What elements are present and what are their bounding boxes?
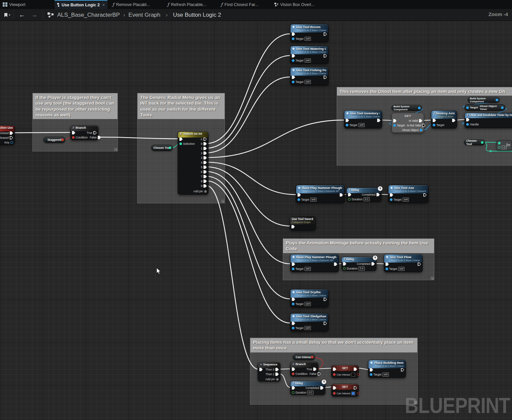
resize-grip[interactable]: [431, 277, 434, 280]
exec-in-pin[interactable]: [292, 298, 295, 301]
exec-out-pin[interactable]: [324, 322, 327, 325]
target-pin[interactable]: [292, 327, 294, 329]
exec-in-pin[interactable]: [292, 368, 295, 371]
exec-in-pin[interactable]: [292, 262, 295, 266]
exec-in-pin[interactable]: [333, 386, 336, 390]
bool-checkbox[interactable]: [351, 373, 355, 377]
node-base-play-hammer-plough-montage[interactable]: Base Play Hammer Plough MontageTarget is…: [296, 185, 345, 203]
node-delay[interactable]: ƒDelay Completed Duration0.2: [346, 188, 381, 202]
node-validated-get[interactable]: GET Is Valid TargetIs Not Valid Ghost Ob…: [392, 113, 424, 133]
target-pin[interactable]: [370, 373, 372, 376]
variable-build-system-component[interactable]: Build System Component: [392, 105, 422, 111]
exec-out-pin[interactable]: [354, 368, 357, 371]
variable-staggered[interactable]: Staggered: [44, 137, 65, 143]
handle-pin[interactable]: [466, 123, 469, 126]
node-use-tool-sword-collapsed[interactable]: Use Tool Sword_2Collapsed Graph: [290, 216, 316, 230]
close-tab-icon[interactable]: ×: [102, 3, 105, 7]
variable-can-interact[interactable]: Can Interact: [293, 354, 315, 360]
node-ghost-object-timer[interactable]: TargetGhost Object Timer: [464, 104, 505, 111]
exec-out-pin[interactable]: [10, 131, 13, 135]
duration-pin[interactable]: [348, 198, 351, 201]
node-use-tool-axe[interactable]: Use Tool AxeTarget is ALS Base Character…: [388, 185, 428, 203]
case-pin[interactable]: [203, 175, 207, 178]
condition-pin[interactable]: [292, 373, 294, 375]
case-pin[interactable]: [203, 170, 207, 174]
bool-in-pin[interactable]: [333, 392, 336, 395]
exec-in-pin[interactable]: [292, 386, 295, 390]
is-valid-pin[interactable]: [419, 119, 422, 122]
case-pin[interactable]: [203, 180, 207, 183]
exec-out-pin[interactable]: [401, 368, 404, 372]
exec-out-pin[interactable]: [423, 193, 427, 197]
comment-title[interactable]: This removes the Ghost Item after placin…: [337, 87, 512, 96]
exec-out-pin[interactable]: [340, 193, 343, 197]
case-pin[interactable]: [203, 184, 207, 188]
bool-checkbox[interactable]: ✓: [351, 392, 355, 395]
completed-pin[interactable]: [371, 262, 375, 266]
case-pin[interactable]: [203, 137, 207, 141]
exec-out-pin[interactable]: [10, 136, 13, 139]
bool-out-pin[interactable]: [357, 392, 360, 395]
add-pin-button[interactable]: Add pin⊕: [258, 377, 280, 382]
object-out-pin[interactable]: [418, 107, 421, 109]
case-pin[interactable]: [203, 151, 207, 155]
node-use-tool-plow[interactable]: Use Tool PlowTarget is ALS Base Characte…: [384, 254, 423, 272]
add-pin-button[interactable]: Add pin⊕: [178, 189, 208, 194]
exec-out-pin[interactable]: [334, 262, 337, 266]
breadcrumb-root[interactable]: ALS_Base_CharacterBP: [57, 12, 120, 18]
node-delay[interactable]: ƒDelay Completed Duration0.2: [290, 381, 325, 395]
duration-pin[interactable]: [292, 391, 294, 394]
exec-in-pin[interactable]: [390, 193, 393, 197]
target-pin[interactable]: [433, 124, 435, 126]
resize-grip[interactable]: [414, 401, 417, 404]
bool-out-pin[interactable]: [61, 138, 64, 141]
target-pin[interactable]: [292, 59, 294, 62]
bool-in-pin[interactable]: [333, 373, 336, 376]
input-a-pin[interactable]: [498, 142, 501, 144]
node-switch-on-int[interactable]: €Switch on Int -1 Selection0 1 2 3 4 5 6…: [178, 131, 208, 195]
input-b-pin[interactable]: [498, 146, 501, 149]
completed-pin[interactable]: [320, 386, 324, 390]
resize-grip[interactable]: [114, 148, 117, 151]
node-sequence[interactable]: »Sequence Then 0 Then 1 Add pin⊕: [258, 362, 280, 382]
selection-pin[interactable]: [179, 142, 182, 145]
target-pin[interactable]: [292, 81, 294, 83]
bookmark-button[interactable]: ▾: [0, 13, 10, 17]
node-branch[interactable]: ⑃Branch True ConditionFalse: [70, 125, 98, 140]
forward-button[interactable]: →: [28, 11, 40, 19]
target-pin[interactable]: [346, 124, 348, 126]
node-base-play-hammer-plough-montage[interactable]: Base Play Hammer Plough MontageTarget is…: [290, 254, 339, 272]
tab-viewport[interactable]: Viewport: [0, 0, 50, 9]
exec-in-pin[interactable]: [291, 225, 295, 228]
node-use-tool-scythe[interactable]: Use Tool ScytheTarget is ALS Base Charac…: [290, 289, 329, 307]
tab-remove-placable[interactable]: ƒ Remove Placabl...: [110, 0, 154, 9]
comment-title[interactable]: If the Player is staggered they can't us…: [33, 93, 117, 119]
exec-in-pin[interactable]: [346, 119, 349, 122]
node-use-tool-inventory-item[interactable]: Use Tool Inventory ItemTarget is ALS Bas…: [344, 110, 382, 128]
exec-in-pin[interactable]: [333, 368, 336, 371]
comment-staggered[interactable]: If the Player is staggered they can't us…: [32, 93, 118, 151]
comment-title[interactable]: Placing Items has a small delay so that …: [250, 338, 417, 352]
key-pin[interactable]: [10, 141, 13, 144]
exec-in-pin[interactable]: [466, 118, 470, 121]
node-place-building-item[interactable]: Place Building ItemTarget is ALS Base Ch…: [368, 360, 406, 378]
variable-build-system-component[interactable]: Build System Component: [468, 97, 500, 103]
node-branch[interactable]: ⑃Branch True ConditionFalse: [290, 362, 318, 377]
exec-in-pin[interactable]: [370, 368, 373, 372]
node-use-tool-broom[interactable]: Use Tool BroomTarget is ALS Base Charact…: [290, 24, 329, 42]
int-out-pin[interactable]: [169, 146, 171, 149]
tab-use-button-logic[interactable]: Use Button Logic 2 ×: [55, 0, 107, 9]
target-pin[interactable]: [297, 198, 300, 201]
case-pin[interactable]: [203, 156, 207, 160]
case-pin[interactable]: [203, 147, 207, 150]
then0-pin[interactable]: [275, 368, 279, 371]
exec-in-pin[interactable]: [343, 262, 346, 266]
true-pin[interactable]: [313, 368, 317, 371]
tab-find-closest[interactable]: ƒ Find Closest Far...: [218, 0, 260, 9]
exec-out-pin[interactable]: [418, 262, 421, 266]
completed-pin[interactable]: [376, 193, 380, 196]
exec-in-pin[interactable]: [292, 322, 295, 325]
node-clear-invalidate-timer[interactable]: ƒClear and Invalidate Timer by Handle Ha…: [464, 113, 512, 128]
node-use-tool-watering-can[interactable]: Use Tool Watering CanTarget is ALS Base …: [290, 46, 329, 64]
node-event-action-use[interactable]: Action Use Pressed Released Key: [0, 125, 15, 145]
